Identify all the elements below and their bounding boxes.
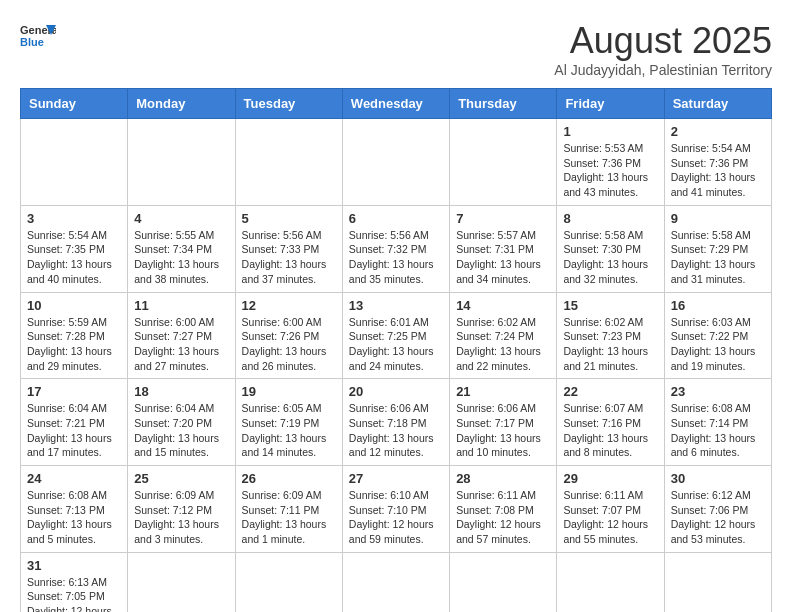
header-monday: Monday xyxy=(128,89,235,119)
table-row: 19Sunrise: 6:05 AM Sunset: 7:19 PM Dayli… xyxy=(235,379,342,466)
table-row: 6Sunrise: 5:56 AM Sunset: 7:32 PM Daylig… xyxy=(342,205,449,292)
day-info: Sunrise: 6:02 AM Sunset: 7:23 PM Dayligh… xyxy=(563,315,657,374)
calendar-row: 10Sunrise: 5:59 AM Sunset: 7:28 PM Dayli… xyxy=(21,292,772,379)
logo-icon: General Blue xyxy=(20,20,56,50)
day-info: Sunrise: 6:07 AM Sunset: 7:16 PM Dayligh… xyxy=(563,401,657,460)
table-row: 4Sunrise: 5:55 AM Sunset: 7:34 PM Daylig… xyxy=(128,205,235,292)
header-tuesday: Tuesday xyxy=(235,89,342,119)
day-number: 20 xyxy=(349,384,443,399)
header-wednesday: Wednesday xyxy=(342,89,449,119)
day-info: Sunrise: 6:09 AM Sunset: 7:11 PM Dayligh… xyxy=(242,488,336,547)
table-row: 28Sunrise: 6:11 AM Sunset: 7:08 PM Dayli… xyxy=(450,466,557,553)
calendar-table: Sunday Monday Tuesday Wednesday Thursday… xyxy=(20,88,772,612)
table-row: 9Sunrise: 5:58 AM Sunset: 7:29 PM Daylig… xyxy=(664,205,771,292)
table-row: 23Sunrise: 6:08 AM Sunset: 7:14 PM Dayli… xyxy=(664,379,771,466)
day-info: Sunrise: 6:08 AM Sunset: 7:14 PM Dayligh… xyxy=(671,401,765,460)
table-row: 27Sunrise: 6:10 AM Sunset: 7:10 PM Dayli… xyxy=(342,466,449,553)
table-row: 3Sunrise: 5:54 AM Sunset: 7:35 PM Daylig… xyxy=(21,205,128,292)
table-row xyxy=(450,119,557,206)
day-info: Sunrise: 6:11 AM Sunset: 7:07 PM Dayligh… xyxy=(563,488,657,547)
day-info: Sunrise: 6:10 AM Sunset: 7:10 PM Dayligh… xyxy=(349,488,443,547)
table-row: 31Sunrise: 6:13 AM Sunset: 7:05 PM Dayli… xyxy=(21,552,128,612)
table-row xyxy=(128,552,235,612)
day-number: 8 xyxy=(563,211,657,226)
day-info: Sunrise: 5:55 AM Sunset: 7:34 PM Dayligh… xyxy=(134,228,228,287)
calendar-row: 17Sunrise: 6:04 AM Sunset: 7:21 PM Dayli… xyxy=(21,379,772,466)
day-number: 26 xyxy=(242,471,336,486)
day-info: Sunrise: 5:58 AM Sunset: 7:30 PM Dayligh… xyxy=(563,228,657,287)
table-row xyxy=(557,552,664,612)
header-thursday: Thursday xyxy=(450,89,557,119)
table-row xyxy=(235,552,342,612)
table-row: 24Sunrise: 6:08 AM Sunset: 7:13 PM Dayli… xyxy=(21,466,128,553)
day-number: 9 xyxy=(671,211,765,226)
table-row: 14Sunrise: 6:02 AM Sunset: 7:24 PM Dayli… xyxy=(450,292,557,379)
day-info: Sunrise: 6:12 AM Sunset: 7:06 PM Dayligh… xyxy=(671,488,765,547)
table-row: 8Sunrise: 5:58 AM Sunset: 7:30 PM Daylig… xyxy=(557,205,664,292)
day-info: Sunrise: 6:09 AM Sunset: 7:12 PM Dayligh… xyxy=(134,488,228,547)
day-info: Sunrise: 6:06 AM Sunset: 7:17 PM Dayligh… xyxy=(456,401,550,460)
day-number: 6 xyxy=(349,211,443,226)
day-info: Sunrise: 5:57 AM Sunset: 7:31 PM Dayligh… xyxy=(456,228,550,287)
day-number: 12 xyxy=(242,298,336,313)
table-row: 29Sunrise: 6:11 AM Sunset: 7:07 PM Dayli… xyxy=(557,466,664,553)
table-row: 18Sunrise: 6:04 AM Sunset: 7:20 PM Dayli… xyxy=(128,379,235,466)
calendar-row: 24Sunrise: 6:08 AM Sunset: 7:13 PM Dayli… xyxy=(21,466,772,553)
day-info: Sunrise: 6:08 AM Sunset: 7:13 PM Dayligh… xyxy=(27,488,121,547)
table-row: 16Sunrise: 6:03 AM Sunset: 7:22 PM Dayli… xyxy=(664,292,771,379)
calendar-row: 1Sunrise: 5:53 AM Sunset: 7:36 PM Daylig… xyxy=(21,119,772,206)
header-sunday: Sunday xyxy=(21,89,128,119)
calendar-subtitle: Al Judayyidah, Palestinian Territory xyxy=(554,62,772,78)
day-number: 3 xyxy=(27,211,121,226)
day-info: Sunrise: 6:00 AM Sunset: 7:26 PM Dayligh… xyxy=(242,315,336,374)
table-row xyxy=(342,119,449,206)
table-row: 17Sunrise: 6:04 AM Sunset: 7:21 PM Dayli… xyxy=(21,379,128,466)
day-number: 10 xyxy=(27,298,121,313)
table-row: 20Sunrise: 6:06 AM Sunset: 7:18 PM Dayli… xyxy=(342,379,449,466)
table-row: 30Sunrise: 6:12 AM Sunset: 7:06 PM Dayli… xyxy=(664,466,771,553)
day-info: Sunrise: 6:02 AM Sunset: 7:24 PM Dayligh… xyxy=(456,315,550,374)
header-friday: Friday xyxy=(557,89,664,119)
day-info: Sunrise: 5:54 AM Sunset: 7:36 PM Dayligh… xyxy=(671,141,765,200)
day-number: 7 xyxy=(456,211,550,226)
table-row: 1Sunrise: 5:53 AM Sunset: 7:36 PM Daylig… xyxy=(557,119,664,206)
table-row xyxy=(342,552,449,612)
day-number: 19 xyxy=(242,384,336,399)
header-saturday: Saturday xyxy=(664,89,771,119)
table-row: 11Sunrise: 6:00 AM Sunset: 7:27 PM Dayli… xyxy=(128,292,235,379)
day-info: Sunrise: 6:04 AM Sunset: 7:20 PM Dayligh… xyxy=(134,401,228,460)
day-number: 23 xyxy=(671,384,765,399)
title-area: August 2025 Al Judayyidah, Palestinian T… xyxy=(554,20,772,78)
weekday-header-row: Sunday Monday Tuesday Wednesday Thursday… xyxy=(21,89,772,119)
day-number: 11 xyxy=(134,298,228,313)
day-info: Sunrise: 6:03 AM Sunset: 7:22 PM Dayligh… xyxy=(671,315,765,374)
day-number: 25 xyxy=(134,471,228,486)
table-row xyxy=(450,552,557,612)
day-number: 24 xyxy=(27,471,121,486)
day-number: 27 xyxy=(349,471,443,486)
day-info: Sunrise: 5:56 AM Sunset: 7:33 PM Dayligh… xyxy=(242,228,336,287)
table-row: 13Sunrise: 6:01 AM Sunset: 7:25 PM Dayli… xyxy=(342,292,449,379)
table-row: 7Sunrise: 5:57 AM Sunset: 7:31 PM Daylig… xyxy=(450,205,557,292)
day-number: 29 xyxy=(563,471,657,486)
calendar-title: August 2025 xyxy=(554,20,772,62)
day-number: 1 xyxy=(563,124,657,139)
table-row: 5Sunrise: 5:56 AM Sunset: 7:33 PM Daylig… xyxy=(235,205,342,292)
day-number: 5 xyxy=(242,211,336,226)
table-row: 26Sunrise: 6:09 AM Sunset: 7:11 PM Dayli… xyxy=(235,466,342,553)
day-number: 30 xyxy=(671,471,765,486)
page-header: General Blue August 2025 Al Judayyidah, … xyxy=(20,20,772,78)
day-number: 31 xyxy=(27,558,121,573)
table-row xyxy=(21,119,128,206)
table-row: 21Sunrise: 6:06 AM Sunset: 7:17 PM Dayli… xyxy=(450,379,557,466)
day-info: Sunrise: 6:06 AM Sunset: 7:18 PM Dayligh… xyxy=(349,401,443,460)
day-number: 16 xyxy=(671,298,765,313)
day-info: Sunrise: 6:05 AM Sunset: 7:19 PM Dayligh… xyxy=(242,401,336,460)
day-info: Sunrise: 6:01 AM Sunset: 7:25 PM Dayligh… xyxy=(349,315,443,374)
day-info: Sunrise: 5:54 AM Sunset: 7:35 PM Dayligh… xyxy=(27,228,121,287)
day-number: 2 xyxy=(671,124,765,139)
table-row xyxy=(664,552,771,612)
table-row: 12Sunrise: 6:00 AM Sunset: 7:26 PM Dayli… xyxy=(235,292,342,379)
table-row: 25Sunrise: 6:09 AM Sunset: 7:12 PM Dayli… xyxy=(128,466,235,553)
logo: General Blue xyxy=(20,20,56,50)
